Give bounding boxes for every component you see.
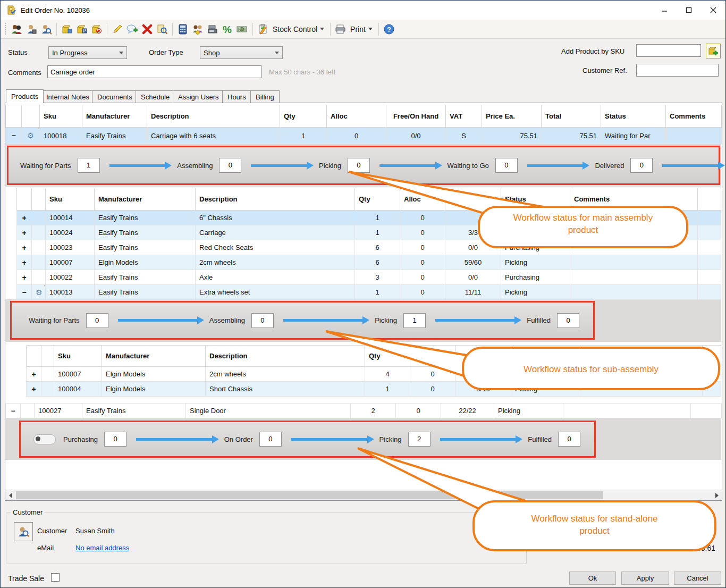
expand-row-button[interactable]: + [17,240,32,255]
purchasing-toggle[interactable] [33,434,56,444]
table-row[interactable]: − ⚙ 100018 Easify Trains Carriage with 6… [6,128,722,144]
stage-count[interactable]: 0 [630,158,653,173]
col-free-on-hand[interactable]: Free/On Hand [445,188,501,211]
tab-documents[interactable]: Documents [92,90,138,103]
table-row[interactable]: + 100023Easify TrainsRed Check Seats 600… [17,240,721,255]
add-product-by-sku-input[interactable] [636,44,701,57]
col-sku[interactable]: Sku [40,105,82,128]
comments-input[interactable] [47,65,261,78]
discount-icon[interactable]: % [221,22,234,36]
accounts-icon[interactable] [191,22,204,36]
expand-row-button[interactable]: + [17,225,32,240]
col-comments[interactable]: Comments [580,346,703,367]
edit-pencil-icon[interactable] [111,22,124,36]
product-remove-icon[interactable] [90,22,103,36]
col-description[interactable]: Description [206,346,365,367]
col-vat[interactable]: VAT [446,105,482,128]
col-free-on-hand[interactable]: Free/On Hand [455,346,511,367]
stage-count[interactable]: 0 [495,158,518,173]
horizontal-scrollbar[interactable] [5,490,722,500]
workflow-gear-icon[interactable]: ⚙ [32,285,46,300]
print-dropdown-icon[interactable] [368,28,373,30]
table-row[interactable]: + 100022Easify TrainsAxle 300/0 Purchasi… [17,270,721,285]
apply-button[interactable]: Apply [621,572,669,585]
col-qty[interactable]: Qty [355,188,400,211]
stage-count[interactable]: 0 [259,432,282,447]
stage-count[interactable]: 2 [408,432,430,447]
ok-button[interactable]: Ok [569,572,616,585]
expand-row-button[interactable]: + [17,270,32,285]
col-sku[interactable]: Sku [46,188,95,211]
col-description[interactable]: Description [196,188,355,211]
order-type-select[interactable]: Shop [200,46,283,59]
stage-count[interactable]: 1 [403,313,426,328]
col-manufacturer[interactable]: Manufacturer [95,188,196,211]
table-row[interactable]: + 100004Elgin ModelsShort Chassis 108/10… [27,382,721,397]
stage-count[interactable]: 0 [86,313,108,328]
col-total[interactable]: Total [542,105,601,128]
customer-ref-input[interactable] [636,64,719,77]
stage-count[interactable]: 0 [104,432,126,447]
table-row[interactable]: − 100027Easify TrainsSingle Door 2022/22… [6,404,722,418]
col-qty[interactable]: Qty [280,105,327,128]
expand-row-button[interactable]: + [27,382,41,397]
print-label[interactable]: Print [350,25,366,33]
table-row[interactable]: + 100014Easify Trains6" Chassis 10 [17,211,721,225]
scrollbar-thumb[interactable] [16,491,603,499]
tab-internal-notes[interactable]: Internal Notes [41,90,95,103]
collapse-row-button[interactable]: − [6,128,22,144]
email-link[interactable]: No email address [75,544,129,552]
customer-record-icon[interactable] [25,22,38,36]
scroll-right-button[interactable] [712,490,722,500]
cancel-button[interactable]: Cancel [674,572,721,585]
table-row[interactable]: + 100007Elgin Models2cm wheels 4059/60 [27,367,721,382]
expand-row-button[interactable]: + [17,211,32,225]
col-comments[interactable]: Comments [570,188,698,211]
col-description[interactable]: Description [147,105,280,128]
col-alloc[interactable]: Alloc [400,188,445,211]
help-icon[interactable]: ? [383,22,395,36]
stage-count[interactable]: 0 [219,158,241,173]
stage-count[interactable]: 0 [557,313,579,328]
expand-row-button[interactable]: + [27,367,41,382]
select-customer-button[interactable] [14,522,33,541]
add-comment-icon[interactable] [126,22,139,36]
workflow-gear-icon[interactable]: ⚙ [22,128,40,144]
audit-search-icon[interactable] [156,22,168,36]
scroll-left-button[interactable] [5,490,15,500]
trade-sale-checkbox[interactable] [51,573,60,582]
till-icon[interactable] [206,22,219,36]
status-select[interactable]: In Progress [48,46,127,59]
col-alloc[interactable]: Alloc [410,346,455,367]
col-free-on-hand[interactable]: Free/On Hand [386,105,446,128]
product-add-icon[interactable] [61,22,73,36]
stock-control-dropdown-icon[interactable] [320,28,324,30]
customer-search-icon[interactable] [40,22,53,36]
collapse-row-button[interactable]: − [17,285,32,300]
stock-control-icon[interactable] [257,22,269,36]
col-manufacturer[interactable]: Manufacturer [102,346,206,367]
add-product-button[interactable] [706,44,721,58]
table-row[interactable]: + 100024Easify TrainsCarriage 103/3 [17,225,721,240]
delete-icon[interactable] [141,22,154,36]
table-row[interactable]: − ⚙ 100013Easify TrainsExtra wheels set … [17,285,721,300]
col-status[interactable]: Status [601,105,666,128]
close-button[interactable] [701,1,725,20]
stage-count[interactable]: 0 [558,432,580,447]
col-price-ea[interactable]: Price Ea. [482,105,542,128]
tab-assign-users[interactable]: Assign Users [173,90,224,103]
col-manufacturer[interactable]: Manufacturer [82,105,147,128]
col-qty[interactable]: Qty [365,346,410,367]
stage-count[interactable]: 0 [348,158,370,173]
stock-control-label[interactable]: Stock Control [273,25,317,33]
customers-icon[interactable] [10,22,23,36]
tab-billing[interactable]: Billing [250,90,280,103]
table-row[interactable]: + 100007Elgin Models2cm wheels 6059/60 P… [17,255,721,270]
col-status[interactable]: Status [511,346,580,367]
col-status[interactable]: Status [501,188,570,211]
col-comments[interactable]: Comments [666,105,722,128]
cash-icon[interactable] [236,22,249,36]
print-icon[interactable] [334,22,347,36]
expand-row-button[interactable]: + [17,255,32,270]
minimize-button[interactable] [652,1,677,20]
